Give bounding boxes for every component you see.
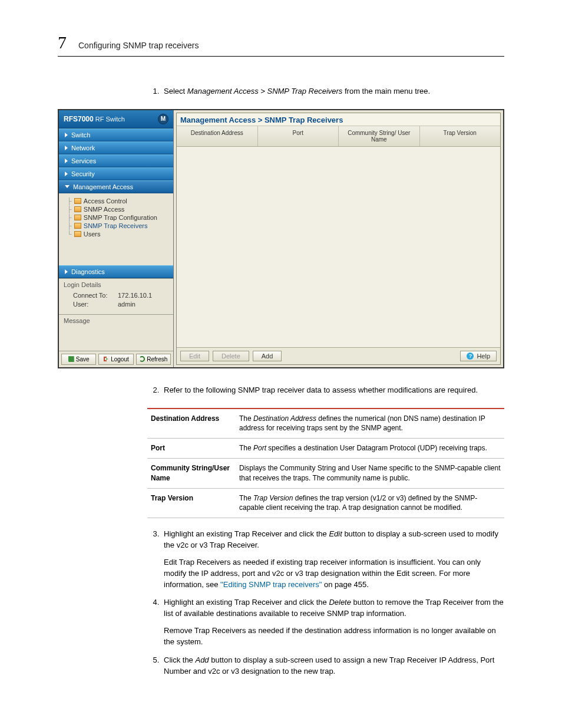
add-button[interactable]: Add [253, 351, 282, 361]
step-2: Refer to the following SNMP trap receive… [161, 385, 504, 396]
col-trap-version[interactable]: Trap Version [420, 126, 501, 146]
edit-button[interactable]: Edit [180, 351, 209, 361]
def-term: Community String/User Name [147, 459, 236, 489]
chevron-right-icon [65, 133, 68, 137]
button-label: Refresh [147, 356, 167, 363]
def-desc: The Port specifies a destination User Da… [236, 439, 504, 459]
table-row: Community String/User NameDisplays the C… [147, 459, 504, 489]
nav-network[interactable]: Network [59, 141, 173, 154]
col-community-string[interactable]: Community String/ User Name [339, 126, 420, 146]
table-row: Destination AddressThe Destination Addre… [147, 409, 504, 439]
chevron-right-icon [65, 269, 68, 274]
chevron-right-icon [65, 146, 68, 150]
def-term: Trap Version [147, 488, 236, 518]
nav-switch[interactable]: Switch [59, 129, 173, 141]
button-label: Save [76, 356, 90, 363]
nav-diagnostics[interactable]: Diagnostics [59, 265, 173, 278]
nav-tree: ├Access Control ├SNMP Access ├SNMP Trap … [59, 193, 173, 265]
step-paragraph: Edit Trap Receivers as needed if existin… [164, 557, 504, 591]
refresh-button[interactable]: Refresh [136, 354, 171, 365]
field-definitions-table: Destination AddressThe Destination Addre… [147, 408, 504, 519]
def-desc: Displays the Community String and User N… [236, 459, 504, 489]
brand-product: RFS7000 [64, 115, 94, 123]
nav-label: Network [71, 144, 95, 151]
tree-label: SNMP Access [84, 206, 125, 213]
tree-snmp-trap-config[interactable]: ├SNMP Trap Configuration [67, 213, 171, 222]
table-row: PortThe Port specifies a destination Use… [147, 439, 504, 459]
button-label: Help [477, 353, 490, 360]
tree-users[interactable]: └Users [67, 230, 171, 238]
help-icon: ? [467, 353, 474, 360]
login-details: Login Details Connect To:172.16.10.1 Use… [59, 278, 173, 314]
breadcrumb: Management Access > SNMP Trap Receivers [177, 113, 500, 126]
chevron-down-icon [65, 185, 70, 188]
tree-label: SNMP Trap Receivers [84, 222, 148, 229]
folder-icon [74, 223, 81, 229]
xref-editing-snmp-trap-receivers[interactable]: "Editing SNMP trap receivers" [220, 580, 322, 589]
tree-access-control[interactable]: ├Access Control [67, 197, 171, 205]
nav-label: Management Access [73, 183, 133, 190]
save-button[interactable]: Save [61, 354, 96, 365]
grid-toolbar: Edit Delete Add ? Help [177, 348, 500, 364]
tree-snmp-trap-receivers[interactable]: ├SNMP Trap Receivers [67, 222, 171, 230]
tree-label: SNMP Trap Configuration [84, 214, 157, 221]
chapter-number: 7 [58, 32, 67, 52]
tree-label: Access Control [84, 197, 127, 205]
refresh-icon [139, 356, 145, 362]
button-label: Logout [111, 356, 129, 363]
tree-label: Users [84, 230, 101, 238]
chevron-right-icon [65, 159, 68, 163]
def-desc: The Destination Address defines the nume… [236, 409, 504, 439]
col-destination-address[interactable]: Destination Address [177, 126, 258, 146]
brand-sub: RF Switch [95, 116, 125, 123]
brand-logo-icon: M [158, 114, 168, 124]
nav-management-access[interactable]: Management Access [59, 180, 173, 193]
step-1: Select Management Access > SNMP Trap Rec… [161, 86, 504, 97]
folder-icon [74, 215, 81, 220]
chapter-title: Configuring SNMP trap receivers [78, 41, 199, 50]
logout-icon [103, 356, 109, 362]
sidebar-toolbar: Save Logout Refresh [59, 351, 173, 367]
logout-button[interactable]: Logout [98, 354, 133, 365]
nav-label: Switch [71, 131, 90, 139]
connect-value: 172.16.10.1 [118, 292, 152, 299]
connect-label: Connect To: [73, 292, 111, 299]
user-label: User: [73, 301, 111, 308]
nav-label: Diagnostics [71, 268, 105, 275]
nav-label: Security [71, 170, 95, 177]
step-5: Click the Add button to display a sub-sc… [161, 655, 504, 677]
chevron-right-icon [65, 172, 68, 176]
step-3: Highlight an existing Trap Receiver and … [161, 529, 504, 590]
help-button[interactable]: ? Help [460, 351, 497, 361]
step-4: Highlight an existing Trap Receiver and … [161, 597, 504, 647]
page-header: 7 Configuring SNMP trap receivers [58, 32, 504, 57]
step-paragraph: Remove Trap Receivers as needed if the d… [164, 625, 504, 648]
grid-header: Destination Address Port Community Strin… [177, 126, 500, 147]
folder-icon [74, 198, 81, 204]
def-desc: The Trap Version defines the trap versio… [236, 488, 504, 518]
def-term: Port [147, 439, 236, 459]
folder-icon [74, 206, 81, 212]
message-box: Message [59, 314, 173, 351]
save-icon [68, 356, 74, 362]
table-row: Trap VersionThe Trap Version defines the… [147, 488, 504, 518]
col-port[interactable]: Port [258, 126, 339, 146]
def-term: Destination Address [147, 409, 236, 439]
main-panel: Management Access > SNMP Trap Receivers … [176, 113, 501, 365]
delete-button[interactable]: Delete [213, 351, 249, 361]
message-legend: Message [64, 317, 90, 324]
folder-icon [74, 231, 81, 237]
brand-bar: RFS7000 RF Switch M [59, 110, 173, 129]
nav-services[interactable]: Services [59, 154, 173, 167]
user-value: admin [118, 301, 135, 308]
nav-label: Services [71, 157, 96, 164]
tree-snmp-access[interactable]: ├SNMP Access [67, 205, 171, 213]
sidebar: RFS7000 RF Switch M Switch Network Servi… [59, 110, 174, 367]
nav-security[interactable]: Security [59, 167, 173, 180]
login-legend: Login Details [64, 281, 168, 288]
grid-body[interactable] [177, 147, 500, 348]
app-screenshot: RFS7000 RF Switch M Switch Network Servi… [58, 109, 504, 368]
